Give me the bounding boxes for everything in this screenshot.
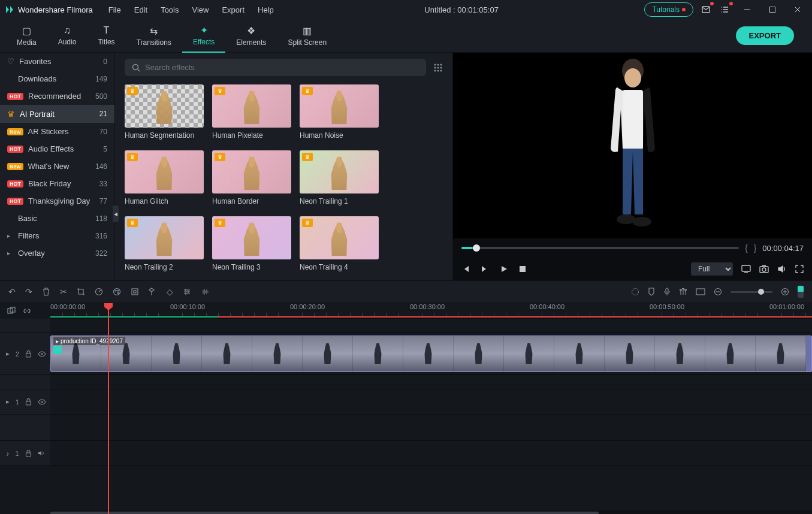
effect-thumbnail: ♛ — [212, 150, 291, 193]
menu-view[interactable]: View — [187, 3, 213, 17]
timeline-scrollbar[interactable] — [50, 510, 812, 514]
zoom-thumb[interactable] — [758, 289, 764, 295]
track-head-video2: ▸2 — [0, 333, 50, 374]
sidebar-item-recommended[interactable]: HOTRecommended500 — [0, 87, 114, 105]
scrub-thumb[interactable] — [473, 244, 480, 252]
track-body-audio1[interactable] — [50, 441, 812, 465]
undo-button[interactable]: ↶ — [8, 287, 16, 297]
menu-help[interactable]: Help — [253, 3, 279, 17]
list-icon[interactable] — [719, 3, 732, 16]
delete-button[interactable] — [42, 288, 50, 296]
message-icon[interactable] — [699, 3, 713, 16]
menu-file[interactable]: File — [104, 3, 126, 17]
sidebar-item-basic[interactable]: Basic118 — [0, 210, 114, 227]
preview-video[interactable] — [453, 53, 812, 238]
effect-card[interactable]: ♛Neon Trailing 4 — [300, 216, 379, 271]
keyframe-button[interactable]: ◇ — [167, 287, 173, 297]
visibility-icon[interactable] — [38, 351, 46, 357]
split-button[interactable]: ✂ — [60, 287, 67, 297]
sidebar-collapse-handle[interactable]: ◂ — [113, 205, 119, 222]
effect-card[interactable]: ♛Human Pixelate — [212, 84, 291, 140]
preview-scrubber[interactable] — [461, 247, 739, 249]
green-screen-button[interactable] — [131, 288, 139, 296]
zoom-in-button[interactable] — [781, 288, 789, 296]
tab-media[interactable]: ▢Media — [6, 19, 47, 53]
step-back-button[interactable] — [481, 265, 489, 273]
menu-edit[interactable]: Edit — [129, 3, 152, 17]
audio-mixer-button[interactable] — [679, 288, 687, 296]
quality-select[interactable]: Full — [691, 262, 733, 276]
record-voice-button[interactable] — [663, 288, 671, 296]
redo-button[interactable]: ↷ — [25, 287, 32, 297]
audio-waveform-button[interactable] — [201, 288, 210, 296]
tab-elements[interactable]: ❖Elements — [225, 19, 277, 53]
speed-button[interactable] — [95, 288, 103, 296]
effect-card[interactable]: ♛Human Segmentation — [125, 84, 204, 140]
playhead[interactable] — [108, 303, 109, 514]
sidebar-item-ar-stickers[interactable]: NewAR Stickers70 — [0, 123, 114, 140]
aspect-ratio-button[interactable] — [696, 288, 705, 295]
timeline-ruler[interactable]: 00:00:00:0000:00:10:0000:00:20:0000:00:3… — [50, 303, 812, 319]
play-button[interactable] — [500, 265, 508, 273]
zoom-out-button[interactable] — [714, 288, 722, 296]
sidebar-item-favorites[interactable]: ♡Favorites0 — [0, 53, 114, 70]
color-button[interactable] — [113, 288, 121, 296]
lock-icon[interactable] — [25, 450, 32, 457]
sidebar-item-black-friday[interactable]: HOTBlack Friday33 — [0, 175, 114, 192]
sidebar-item-what-s-new[interactable]: NewWhat's New146 — [0, 158, 114, 175]
sidebar-item-downloads[interactable]: Downloads149 — [0, 70, 114, 87]
scrollbar-thumb[interactable] — [50, 512, 599, 514]
search-box[interactable] — [125, 59, 426, 76]
search-input[interactable] — [145, 63, 419, 72]
sidebar-item-overlay[interactable]: ▸Overlay322 — [0, 244, 114, 262]
motion-track-button[interactable] — [149, 288, 157, 296]
tab-split-screen[interactable]: ▥Split Screen — [277, 19, 337, 53]
sidebar-item-filters[interactable]: ▸Filters316 — [0, 227, 114, 244]
effect-card[interactable]: ♛Human Border — [212, 150, 291, 205]
grid-view-icon[interactable] — [433, 63, 443, 72]
volume-icon[interactable] — [777, 265, 787, 273]
lock-icon[interactable] — [25, 398, 32, 406]
zoom-slider[interactable] — [731, 291, 772, 293]
export-button[interactable]: EXPORT — [736, 26, 794, 45]
mute-icon[interactable] — [38, 450, 46, 456]
bracket-in-icon[interactable]: { — [745, 243, 748, 253]
sidebar-item-audio-effects[interactable]: HOTAudio Effects5 — [0, 140, 114, 158]
tab-titles[interactable]: TTitles — [87, 19, 125, 53]
crop-button[interactable] — [77, 288, 85, 296]
minimize-button[interactable] — [738, 2, 757, 17]
effect-card[interactable]: ♛Human Glitch — [125, 150, 204, 205]
effect-card[interactable]: ♛Human Noise — [300, 84, 379, 140]
stop-button[interactable] — [519, 265, 526, 273]
timeline-clip[interactable]: ▸ production ID_4929207 — [50, 335, 812, 372]
display-icon[interactable] — [741, 265, 751, 273]
sidebar-item-label: AI Portrait — [20, 110, 95, 119]
visibility-icon[interactable] — [38, 399, 46, 405]
snapshot-icon[interactable] — [759, 265, 769, 273]
tab-effects[interactable]: ✦Effects — [182, 19, 225, 53]
bracket-out-icon[interactable]: } — [754, 243, 757, 253]
sidebar-item-thanksgiving-day[interactable]: HOTThanksgiving Day77 — [0, 192, 114, 210]
menu-tools[interactable]: Tools — [156, 3, 183, 17]
sidebar-item-ai-portrait[interactable]: ♛AI Portrait21 — [0, 105, 114, 123]
track-body-video1[interactable] — [50, 389, 812, 414]
prev-frame-button[interactable] — [461, 265, 470, 273]
tab-audio[interactable]: ♫Audio — [47, 19, 87, 53]
lock-icon[interactable] — [25, 350, 32, 358]
track-body-video2[interactable]: ▸ production ID_4929207 — [50, 333, 812, 374]
effect-card[interactable]: ♛Neon Trailing 1 — [300, 150, 379, 205]
timeline-action1-button[interactable] — [7, 307, 16, 315]
maximize-button[interactable] — [763, 2, 782, 17]
effect-card[interactable]: ♛Neon Trailing 3 — [212, 216, 291, 271]
adjust-button[interactable] — [183, 288, 191, 296]
timeline-link-button[interactable] — [23, 307, 31, 315]
close-button[interactable] — [788, 2, 807, 17]
menu-export[interactable]: Export — [217, 3, 249, 17]
tab-transitions[interactable]: ⇆Transitions — [126, 19, 182, 53]
effect-name: Human Border — [212, 197, 291, 205]
effect-card[interactable]: ♛Neon Trailing 2 — [125, 216, 204, 271]
marker-button[interactable] — [648, 288, 655, 296]
fullscreen-icon[interactable] — [795, 265, 804, 273]
tutorials-button[interactable]: Tutorials — [644, 2, 693, 17]
render-preview-button[interactable] — [631, 288, 639, 296]
